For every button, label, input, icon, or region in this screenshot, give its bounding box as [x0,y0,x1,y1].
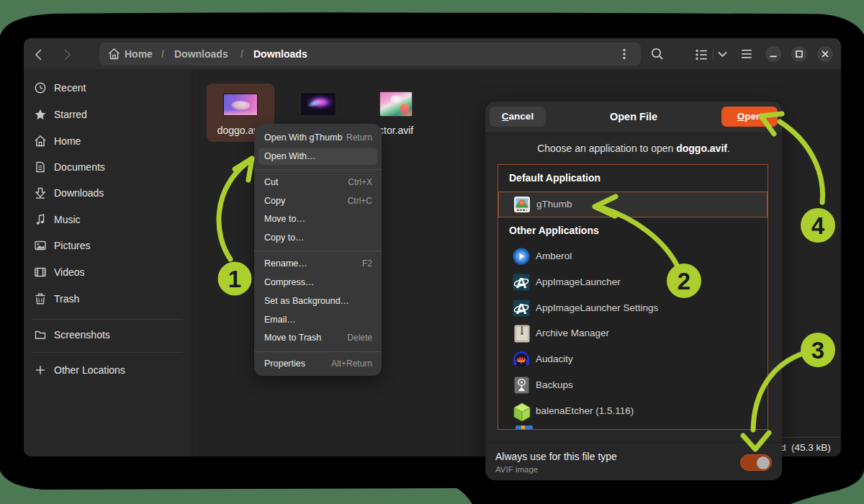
svg-text:2: 2 [678,268,690,294]
svg-text:3: 3 [811,337,824,364]
svg-text:4: 4 [811,212,825,239]
svg-text:1: 1 [228,266,241,292]
